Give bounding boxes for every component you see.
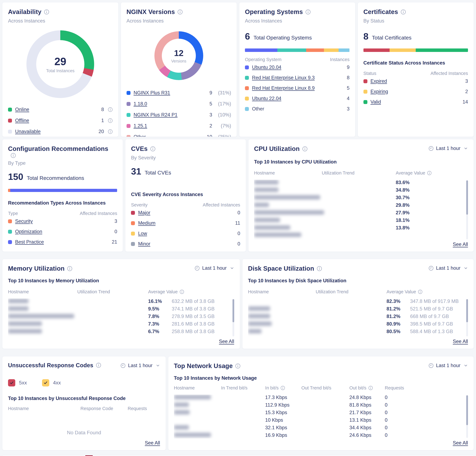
- row-label[interactable]: Red Hat Enterprise Linux 9.3: [252, 75, 315, 81]
- cpu-row: 83.6%: [254, 180, 468, 185]
- blurred-hostname[interactable]: [254, 203, 269, 207]
- blurred-hostname[interactable]: [254, 225, 290, 230]
- legend-label[interactable]: NGINX Plus R31: [134, 90, 170, 96]
- blurred-hostname[interactable]: [254, 195, 320, 200]
- network-row: 10 Kbps13.1 Kbps0: [174, 417, 468, 423]
- info-icon[interactable]: [150, 146, 155, 152]
- row-label[interactable]: Expired: [371, 78, 387, 84]
- info-icon[interactable]: [10, 153, 16, 158]
- row-label[interactable]: Best Practice: [15, 239, 44, 245]
- row-label[interactable]: Major: [138, 210, 150, 216]
- info-icon[interactable]: [44, 9, 49, 15]
- legend-label[interactable]: Offline: [15, 118, 29, 123]
- info-icon[interactable]: [180, 289, 184, 294]
- info-icon[interactable]: [108, 118, 113, 123]
- cpu-see-all-link[interactable]: See All: [453, 242, 468, 247]
- blurred-hostname[interactable]: [254, 218, 280, 222]
- row-label[interactable]: Valid: [371, 99, 381, 105]
- info-icon[interactable]: [280, 386, 285, 390]
- blurred-hostname[interactable]: [248, 321, 272, 326]
- info-icon[interactable]: [108, 107, 113, 112]
- blurred-hostname[interactable]: [8, 306, 28, 311]
- blurred-hostname[interactable]: [8, 321, 42, 326]
- info-icon[interactable]: [302, 146, 307, 152]
- disk-timerange-select[interactable]: Last 1 hour: [428, 265, 468, 271]
- urc-timerange-label: Last 1 hour: [128, 363, 152, 368]
- info-icon[interactable]: [427, 171, 432, 175]
- avg-value: 27.9%: [396, 210, 468, 216]
- legend-label[interactable]: 1.18.0: [134, 101, 147, 107]
- info-icon[interactable]: [368, 386, 373, 390]
- filter-4xx[interactable]: 4xx: [42, 379, 61, 387]
- info-icon[interactable]: [235, 363, 240, 369]
- legend-item: NGINX Plus R319(31%): [127, 87, 231, 98]
- info-icon[interactable]: [317, 266, 322, 271]
- info-icon[interactable]: [418, 289, 423, 294]
- row-label[interactable]: Medium: [138, 220, 155, 226]
- disk-row: 80.9%398.5 MB of 9.7 GB: [248, 321, 468, 327]
- legend-label[interactable]: 1.25.1: [134, 123, 147, 129]
- list-scrollbar[interactable]: [232, 299, 234, 336]
- blurred-hostname[interactable]: [254, 210, 324, 215]
- legend-label[interactable]: Unavailable: [15, 129, 41, 134]
- blurred-hostname[interactable]: [254, 187, 279, 192]
- network-see-all-link[interactable]: See All: [453, 440, 468, 446]
- row-label[interactable]: Low: [138, 231, 147, 236]
- disk-see-all-link[interactable]: See All: [453, 339, 468, 344]
- legend-label[interactable]: Online: [15, 107, 29, 112]
- chevron-down-icon: [464, 146, 468, 151]
- filter-5xx[interactable]: 5xx: [8, 379, 27, 387]
- in-value: 32.1 Kbps: [265, 425, 301, 431]
- disk-table-head: Hostname Utilization Trend Average Value: [248, 289, 468, 294]
- row-swatch: [245, 97, 249, 101]
- list-scrollbar[interactable]: [466, 395, 468, 438]
- memory-timerange-select[interactable]: Last 1 hour: [194, 265, 234, 271]
- blurred-hostname[interactable]: [248, 306, 270, 311]
- info-icon[interactable]: [108, 129, 113, 134]
- list-scrollbar[interactable]: [466, 180, 468, 239]
- info-icon[interactable]: [401, 9, 406, 15]
- blurred-hostname[interactable]: [174, 425, 189, 430]
- blurred-hostname[interactable]: [8, 299, 28, 303]
- urc-timerange-select[interactable]: Last 1 hour: [120, 363, 160, 368]
- cpu-timerange-select[interactable]: Last 1 hour: [428, 145, 468, 151]
- row-label[interactable]: Optimization: [15, 229, 42, 235]
- hostname-cell: [8, 314, 77, 319]
- checkbox-4xx[interactable]: [42, 379, 49, 387]
- checkbox-5xx[interactable]: [8, 379, 15, 387]
- row-label[interactable]: Minor: [138, 241, 150, 247]
- info-icon[interactable]: [305, 9, 311, 15]
- blurred-hostname[interactable]: [248, 329, 262, 333]
- config-total: 150: [8, 171, 23, 182]
- disk-col-avg: Average Value: [387, 289, 416, 294]
- info-icon[interactable]: [67, 266, 72, 271]
- hostname-cell: [8, 321, 77, 327]
- memory-see-all-link[interactable]: See All: [219, 339, 234, 344]
- info-icon[interactable]: [177, 9, 183, 15]
- row-value: 0: [238, 241, 240, 247]
- blurred-hostname[interactable]: [174, 403, 189, 407]
- cpu-header: CPU Utilization Last 1 hour: [254, 145, 468, 153]
- info-icon[interactable]: [96, 363, 101, 368]
- row-label[interactable]: Ubuntu 20.04: [252, 65, 281, 70]
- row-label[interactable]: Ubuntu 22.04: [252, 96, 281, 101]
- blurred-hostname[interactable]: [254, 180, 279, 184]
- nginx-donut-center: 12 Versions: [162, 39, 196, 73]
- network-col-out-trend: Out Trend bit/s: [301, 385, 349, 390]
- blurred-hostname[interactable]: [8, 329, 42, 333]
- urc-see-all-link[interactable]: See All: [145, 440, 160, 446]
- blurred-hostname[interactable]: [174, 410, 190, 414]
- blurred-hostname[interactable]: [174, 395, 211, 399]
- legend-label[interactable]: NGINX Plus R24 P1: [134, 112, 178, 118]
- certificates-col-instances: Affected Instances: [431, 71, 468, 76]
- row-label[interactable]: Expiring: [371, 89, 388, 94]
- blurred-hostname[interactable]: [248, 314, 270, 318]
- list-scrollbar[interactable]: [466, 299, 468, 336]
- blurred-hostname[interactable]: [8, 314, 74, 318]
- row-label[interactable]: Security: [15, 218, 33, 224]
- blurred-hostname[interactable]: [174, 433, 211, 437]
- legend-swatch: [127, 135, 130, 137]
- blurred-hostname[interactable]: [254, 233, 301, 237]
- row-label[interactable]: Red Hat Enterprise Linux 8.9: [252, 85, 315, 91]
- network-timerange-select[interactable]: Last 1 hour: [428, 363, 468, 368]
